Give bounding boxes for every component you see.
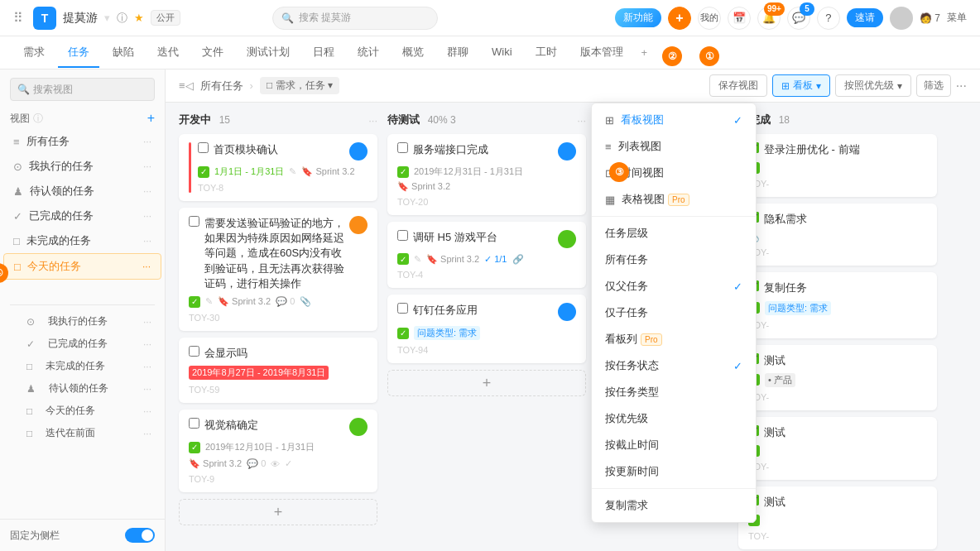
sub-today-more[interactable]: ··· xyxy=(143,405,151,417)
sub-completed-more[interactable]: ··· xyxy=(143,338,151,350)
my-tasks-more[interactable]: ··· xyxy=(143,161,151,172)
card-toy94-checkbox[interactable] xyxy=(397,303,408,314)
user-avatar[interactable] xyxy=(890,7,913,30)
speed-btn[interactable]: 速请 xyxy=(847,8,883,27)
card-toy9-checkbox[interactable] xyxy=(189,418,199,429)
calendar-btn[interactable]: 📅 xyxy=(728,7,751,30)
col-dev-more[interactable]: ··· xyxy=(368,114,377,127)
today-more[interactable]: ··· xyxy=(142,261,151,272)
done-cb-3[interactable] xyxy=(748,280,759,291)
incomplete-more[interactable]: ··· xyxy=(143,235,151,247)
card-toy30[interactable]: 需要发送验证码验证的地方，如果因为特殊原因如网络延迟等问题，造成在60S内没有收… xyxy=(179,208,377,331)
done-cb-5[interactable] xyxy=(748,425,759,436)
done-cb-4[interactable] xyxy=(748,353,759,364)
star-icon[interactable]: ★ xyxy=(134,12,144,24)
sub-my-more[interactable]: ··· xyxy=(143,316,151,328)
card-toy8-checkbox[interactable] xyxy=(198,142,209,153)
card-done-3[interactable]: 复制任务 ✓ 问题类型: 需求 TOY- xyxy=(738,272,937,338)
card-done-5[interactable]: 测试 ✓ TOY- xyxy=(738,417,937,480)
help-btn[interactable]: ? xyxy=(817,7,840,30)
filter-btn[interactable]: 筛选 xyxy=(916,74,951,97)
card-pending-2[interactable] xyxy=(596,171,728,201)
kanban-btn[interactable]: ⊞ 看板 ▾ xyxy=(772,74,830,97)
sidebar-item-all-tasks[interactable]: ≡ 所有任务 ··· xyxy=(3,129,161,154)
col-test-add[interactable]: + xyxy=(387,370,586,396)
sidebar-search[interactable]: 🔍 搜索视图 xyxy=(10,78,155,101)
tab-tasks[interactable]: 任务 xyxy=(58,38,99,68)
sidebar-item-unclaimed[interactable]: ♟ 待认领的任务 ··· xyxy=(3,179,161,204)
done-cb-1[interactable] xyxy=(748,142,759,153)
search-bar[interactable]: 🔍 搜索 提莫游 xyxy=(272,7,438,30)
card-toy4[interactable]: 调研 H5 游戏平台 ✓ ✎ 🔖 Sprint 3.2 ✓ 1/1 🔗 TOY-… xyxy=(387,222,586,288)
sidebar-item-incomplete[interactable]: □ 未完成的任务 ··· xyxy=(3,228,161,253)
unclaimed-more[interactable]: ··· xyxy=(143,185,151,197)
sub-incomplete-more[interactable]: ··· xyxy=(143,361,151,372)
col-test-more[interactable]: ··· xyxy=(577,114,586,127)
sidebar-item-my-tasks[interactable]: ⊙ 我执行的任务 ··· xyxy=(3,154,161,179)
tab-requirements[interactable]: 需求 xyxy=(13,38,55,68)
sub-item-unclaimed[interactable]: ♟ 待认领的任务 ··· xyxy=(3,377,161,400)
pending-cb-5[interactable] xyxy=(606,290,617,301)
card-toy4-checkbox[interactable] xyxy=(397,230,408,241)
pending-cb-3[interactable] xyxy=(606,218,617,228)
save-view-btn[interactable]: 保存视图 xyxy=(709,74,767,97)
tab-overview[interactable]: 概览 xyxy=(392,38,434,68)
card-toy94[interactable]: 钉钉任务应用 ✓ 问题类型: 需求 TOY-94 xyxy=(387,295,586,363)
card-toy20-checkbox[interactable] xyxy=(397,142,408,153)
pending-cb-4[interactable] xyxy=(606,254,617,265)
filter-collapse-icon[interactable]: ≡◁ xyxy=(179,79,194,92)
card-pending-4[interactable] xyxy=(596,244,728,274)
sidebar-item-completed[interactable]: ✓ 已完成的任务 ··· xyxy=(3,204,161,228)
sub-item-today[interactable]: □ 今天的任务 ··· xyxy=(3,400,161,422)
card-toy59[interactable]: 会显示吗 2019年8月27日 - 2019年8月31日 TOY-59 xyxy=(179,338,377,403)
card-pending-1[interactable]: 注... xyxy=(596,134,728,165)
card-toy30-checkbox[interactable] xyxy=(189,216,199,227)
pin-toggle[interactable] xyxy=(125,528,155,543)
sidebar-item-today[interactable]: □ 今天的任务 ··· xyxy=(3,253,161,280)
card-toy9[interactable]: 视觉稿确定 ✓ 2019年12月10日 - 1月31日 🔖 Sprint 3.2… xyxy=(179,410,377,492)
col-pending-more[interactable]: ··· xyxy=(719,114,728,127)
completed-more[interactable]: ··· xyxy=(143,210,151,222)
card-done-1[interactable]: 登录注册优化 - 前端 ✓ TOY- xyxy=(738,134,937,197)
tab-test-plans[interactable]: 测试计划 xyxy=(237,38,300,68)
menu-link[interactable]: 菜单 xyxy=(947,11,967,25)
sub-item-incomplete[interactable]: □ 未完成的任务 ··· xyxy=(3,355,161,377)
card-done-4[interactable]: 测试 ✓ • 产品 TOY- xyxy=(738,345,937,410)
card-pending-5[interactable] xyxy=(596,280,728,310)
done-cb-6[interactable] xyxy=(748,495,759,505)
tab-group-chat[interactable]: 群聊 xyxy=(437,38,478,68)
add-tab-btn[interactable]: + xyxy=(637,40,653,65)
done-cb-2[interactable] xyxy=(748,212,759,223)
card-toy59-checkbox[interactable] xyxy=(189,346,199,357)
tab-stats[interactable]: 统计 xyxy=(348,38,389,68)
tab-work-hours[interactable]: 工时 xyxy=(526,38,567,68)
sub-item-completed[interactable]: ✓ 已完成的任务 ··· xyxy=(3,333,161,355)
tab-iterations[interactable]: 迭代 xyxy=(147,38,189,68)
tab-version[interactable]: 版本管理 xyxy=(570,38,633,68)
tab-bugs[interactable]: 缺陷 xyxy=(103,38,144,68)
card-pending-3[interactable] xyxy=(596,208,728,237)
new-feature-btn[interactable]: 新功能 xyxy=(615,8,661,27)
tab-files[interactable]: 文件 xyxy=(192,38,233,68)
breadcrumb-all-tasks[interactable]: 所有任务 xyxy=(200,79,243,93)
tab-wiki[interactable]: Wiki xyxy=(482,39,522,66)
priority-btn[interactable]: 按照优先级 ▾ xyxy=(835,74,911,97)
sidebar-add-view-btn[interactable]: + xyxy=(147,111,155,126)
card-done-6[interactable]: 测试 ✓ TOY- xyxy=(738,486,937,549)
card-done-2[interactable]: 隐私需求 📎 TOY- xyxy=(738,204,937,266)
col-pending-add[interactable]: + xyxy=(596,353,728,380)
my-btn[interactable]: 我的 xyxy=(698,7,721,30)
pending-cb-6[interactable] xyxy=(606,327,617,338)
sub-item-my-tasks[interactable]: ⊙ 我执行的任务 ··· xyxy=(3,310,161,333)
sub-unclaimed-more[interactable]: ··· xyxy=(143,383,151,395)
pending-cb-1[interactable] xyxy=(606,144,617,155)
all-tasks-more[interactable]: ··· xyxy=(143,136,151,147)
sub-item-iteration[interactable]: □ 迭代在前面 ··· xyxy=(3,422,161,444)
card-pending-6[interactable] xyxy=(596,317,728,347)
tab-schedule[interactable]: 日程 xyxy=(303,38,344,68)
add-btn[interactable]: + xyxy=(668,7,691,30)
card-toy20[interactable]: 服务端接口完成 ✓ 2019年12月31日 - 1月31日 🔖 Sprint 3… xyxy=(387,134,586,215)
more-btn[interactable]: ··· xyxy=(956,79,967,93)
filter-tag[interactable]: □ 需求，任务 ▾ xyxy=(260,77,339,94)
card-toy8[interactable]: 首页模块确认 ✓ 1月1日 - 1月31日 ✎ 🔖 Sprint 3.2 xyxy=(179,134,377,201)
